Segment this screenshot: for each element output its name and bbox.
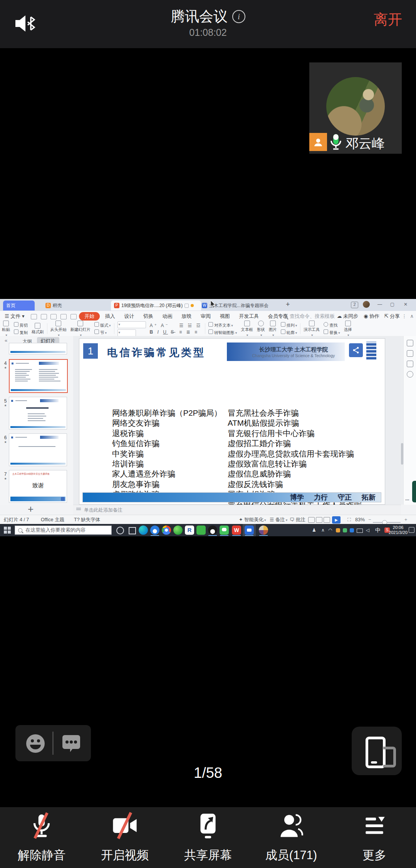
redo-icon[interactable] [70, 314, 77, 319]
new-tab-button[interactable]: + [286, 301, 290, 309]
fit-zoom-icon[interactable]: ⛶ [347, 515, 351, 524]
slide-share-icon[interactable] [349, 343, 363, 357]
task-view-icon[interactable] [129, 527, 136, 534]
undo-icon[interactable] [60, 314, 67, 319]
copy-button[interactable]: 复制 [14, 329, 28, 336]
share-button[interactable]: ⇱ 分享 [384, 311, 400, 321]
zoom-in-button[interactable]: + [404, 515, 407, 524]
battery-icon[interactable] [357, 529, 363, 533]
meeting-info-icon[interactable] [232, 10, 245, 23]
collapse-ribbon-icon[interactable]: ∧ [410, 311, 414, 321]
bluetooth-tray-icon[interactable] [350, 528, 354, 532]
menu-design[interactable]: 设计 [120, 311, 138, 321]
notification-center-icon[interactable] [409, 527, 414, 533]
chat-button[interactable] [61, 734, 82, 754]
menu-review[interactable]: 审阅 [197, 311, 215, 321]
collapse-panel-icon[interactable]: « [5, 337, 7, 343]
picture-button[interactable]: 图片 [267, 321, 279, 337]
account-avatar[interactable] [363, 301, 370, 308]
volume-icon[interactable]: ◁ [366, 527, 369, 533]
font-grow-shrink[interactable]: A⁺ A⁻ [150, 323, 176, 328]
ime-indicator[interactable]: 中 [375, 527, 381, 534]
missing-font-indicator[interactable]: T? 缺失字体 [74, 515, 100, 524]
sidebar-more-icon[interactable]: ••• [405, 498, 409, 502]
more-menu-icon[interactable]: ⋮ [402, 311, 407, 321]
taskbar-search[interactable]: 在这里输入你要搜索的内容 [15, 526, 112, 535]
save-icon[interactable] [31, 314, 37, 319]
people-tray-icon[interactable]: ♟ [312, 527, 316, 533]
security-shield-icon[interactable] [343, 528, 347, 532]
add-slide-button[interactable]: + [28, 503, 34, 515]
new-slide-button[interactable]: 新建幻灯片 [69, 321, 93, 337]
colorful-app-icon[interactable] [259, 526, 268, 535]
view-reading-icon[interactable] [324, 517, 332, 523]
wifi-icon[interactable]: ◠ [328, 527, 332, 533]
edge-icon[interactable] [139, 526, 148, 535]
meeting-app-active-bg[interactable] [243, 524, 256, 536]
tray-orange-icon[interactable] [336, 528, 340, 532]
outline-button[interactable]: 轮廓 [281, 329, 297, 336]
bold-button[interactable]: B [150, 329, 155, 335]
cortana-icon[interactable] [116, 527, 124, 534]
meeting-dock-badge[interactable] [412, 481, 416, 502]
share-screen-button[interactable]: 共享屏幕 [166, 807, 250, 868]
paste-button[interactable]: 粘贴 [0, 321, 12, 337]
taskbar-clock[interactable]: 20:06 2021/3/20 [389, 525, 408, 535]
italic-button[interactable]: I [158, 329, 160, 335]
menu-view[interactable]: 视图 [216, 311, 234, 321]
participant-video-tile[interactable]: 邓云峰 [309, 62, 402, 154]
wps-icon[interactable]: W [232, 526, 241, 535]
leave-button[interactable]: 离开 [374, 10, 402, 29]
tab-docer[interactable]: D 稻壳 [42, 301, 86, 311]
main-slide[interactable]: 1 电信诈骗常见类型 长沙理工大学 土木工程学院 Changsha Univer… [79, 338, 385, 505]
select-button[interactable]: 选择 [342, 321, 354, 337]
notes-placeholder[interactable]: 单击此处添加备注 [84, 507, 122, 514]
slideshow-play-button[interactable]: ▶ [332, 516, 341, 524]
wechat-work-icon[interactable] [196, 526, 206, 535]
comments-toggle[interactable]: 🗨 批注 [290, 515, 305, 524]
qq-icon[interactable] [208, 526, 217, 535]
notes-toggle[interactable]: ☰ 备注 [270, 515, 287, 525]
align-icons[interactable]: ≡ ≣ ≡ [179, 329, 202, 335]
tab-presentation[interactable]: P 19级预防电信诈....20 (邓云峰) [111, 301, 201, 311]
tab-home[interactable]: 首页 [3, 301, 35, 311]
format-painter-button[interactable]: 格式刷 [30, 323, 46, 335]
section-button[interactable]: 节 [94, 329, 111, 336]
preview-icon[interactable] [50, 314, 57, 319]
start-button[interactable] [4, 527, 11, 534]
minimize-button[interactable]: — [377, 302, 382, 307]
emoji-button[interactable] [25, 734, 45, 754]
menu-devtools[interactable]: 开发工具 [235, 311, 263, 321]
cut-button[interactable]: 剪切 [14, 322, 28, 328]
slide-thumb-3[interactable] [9, 343, 67, 354]
bullet-list-icon[interactable]: ☰ ☱ ☲ [179, 323, 202, 328]
replace-button[interactable]: 替换 [324, 329, 340, 336]
r-app-icon[interactable]: R [185, 526, 194, 535]
window-count-badge[interactable]: 2 [351, 302, 358, 308]
menu-insert[interactable]: 插入 [101, 311, 119, 321]
menu-start[interactable]: 开始 [79, 312, 100, 321]
zoom-level[interactable]: 83% [355, 515, 365, 524]
pin-icon[interactable] [185, 304, 189, 308]
menu-slideshow[interactable]: 放映 [178, 311, 195, 321]
qq-browser-icon[interactable] [150, 526, 159, 535]
find-button[interactable]: 查找 [324, 322, 340, 328]
strike-button[interactable]: S [171, 329, 175, 335]
start-video-button[interactable]: 开启视频 [83, 807, 166, 868]
wechat-icon[interactable] [220, 526, 229, 535]
file-menu[interactable]: ☰ 文件 ▾ [0, 311, 28, 321]
properties-icon[interactable] [407, 340, 413, 346]
present-tools-button[interactable]: 演示工具 [302, 321, 322, 337]
font-family-select[interactable] [117, 321, 146, 328]
tray-expand-icon[interactable]: ∧ [321, 527, 325, 533]
arrange-button[interactable]: 排列 [281, 322, 297, 328]
zoom-out-button[interactable]: − [368, 515, 371, 524]
slide-thumb-7[interactable]: 土木工程学院19级防诈安全主题班会 致谢 [9, 470, 67, 503]
help-icon[interactable] [407, 371, 413, 378]
slide-thumb-6[interactable] [9, 433, 67, 466]
members-button[interactable]: 成员(171) [250, 807, 333, 868]
slide-thumb-4[interactable] [9, 359, 68, 393]
shapes-button[interactable]: 形状 [255, 321, 267, 337]
underline-button[interactable]: U [163, 329, 168, 335]
to-smartart-button[interactable]: 转智能图形 [208, 329, 237, 336]
